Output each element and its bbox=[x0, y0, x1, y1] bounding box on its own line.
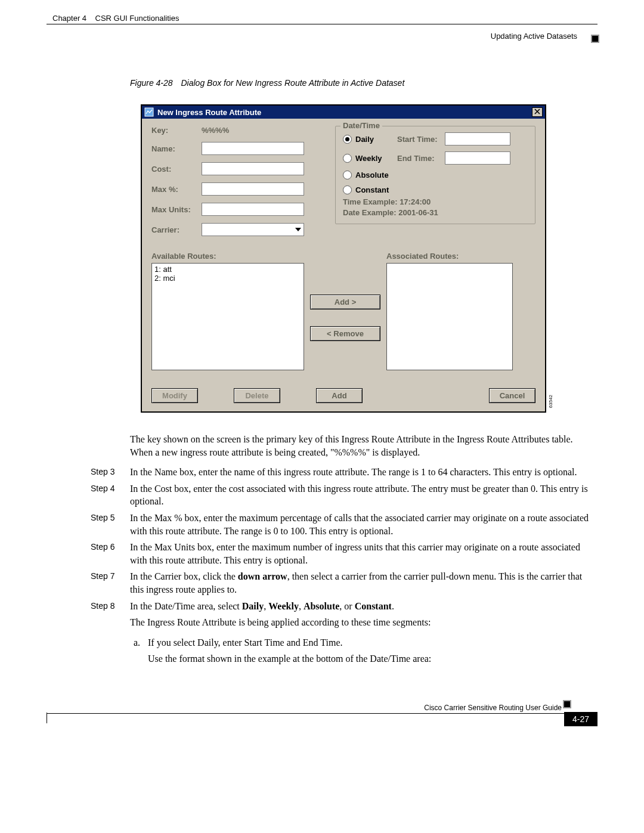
modify-button[interactable]: Modify bbox=[151, 388, 198, 403]
step8-after: The Ingress Route Attribute is being app… bbox=[130, 616, 597, 629]
input-start-time[interactable] bbox=[445, 132, 510, 145]
sub-a2-text: Use the format shown in the example at t… bbox=[148, 652, 597, 665]
step7-pre: In the Carrier box, click the bbox=[130, 571, 238, 581]
step4-label: Step 4 bbox=[91, 482, 130, 508]
image-number: 63542 bbox=[548, 395, 553, 408]
delete-button[interactable]: Delete bbox=[234, 388, 280, 403]
step8-b4: Constant bbox=[355, 601, 392, 611]
dialog-title: New Ingress Route Attribute bbox=[157, 108, 532, 117]
step8-pre: In the Date/Time area, select bbox=[130, 601, 242, 611]
footer-guide: Cisco Carrier Sensitive Routing User Gui… bbox=[424, 704, 562, 712]
input-maxpct[interactable] bbox=[202, 182, 304, 196]
step5-label: Step 5 bbox=[91, 512, 130, 537]
step7-text: In the Carrier box, click the down arrow… bbox=[130, 570, 597, 596]
label-absolute: Absolute bbox=[355, 171, 397, 179]
available-routes-label: Available Routes: bbox=[151, 252, 304, 261]
header-accent-square bbox=[591, 35, 599, 43]
radio-weekly[interactable] bbox=[343, 154, 352, 163]
header-rule: Chapter 4 CSR GUI Functionalities Updati… bbox=[47, 24, 597, 24]
figure-number: Figure 4-28 bbox=[130, 78, 173, 88]
label-cost: Cost: bbox=[151, 165, 202, 174]
close-button[interactable] bbox=[532, 107, 543, 117]
input-end-time[interactable] bbox=[445, 151, 510, 165]
radio-daily[interactable] bbox=[343, 135, 352, 144]
step8-b1: Daily bbox=[242, 601, 264, 611]
label-start-time: Start Time: bbox=[397, 135, 445, 144]
dialog-window: New Ingress Route Attribute Key: %%%% Na… bbox=[141, 104, 546, 413]
date-example: Date Example: 2001-06-31 bbox=[343, 208, 528, 218]
chevron-down-icon bbox=[295, 228, 301, 231]
label-carrier: Carrier: bbox=[151, 225, 202, 234]
sub-a-text: If you select Daily, enter Start Time an… bbox=[148, 636, 597, 649]
add-button[interactable]: Add bbox=[316, 388, 363, 403]
label-weekly: Weekly bbox=[355, 154, 397, 163]
input-maxunits[interactable] bbox=[202, 203, 304, 216]
footer: Cisco Carrier Sensitive Routing User Gui… bbox=[47, 713, 597, 714]
chapter-num: Chapter 4 bbox=[52, 14, 86, 23]
figure-caption: Figure 4-28 Dialog Box for New Ingress R… bbox=[130, 78, 597, 88]
footer-accent-square bbox=[563, 700, 571, 708]
time-example: Time Example: 17:24:00 bbox=[343, 197, 528, 208]
header-section: Updating Active Datasets bbox=[491, 32, 577, 41]
label-maxpct: Max %: bbox=[151, 185, 202, 194]
step7-bold: down arrow bbox=[238, 571, 287, 581]
input-name[interactable] bbox=[202, 142, 304, 155]
footer-left-tick bbox=[47, 713, 47, 723]
datetime-group-title: Date/Time bbox=[340, 121, 382, 130]
list-item[interactable]: 2: mci bbox=[154, 274, 301, 283]
step4-text: In the Cost box, enter the cost associat… bbox=[130, 482, 597, 508]
label-constant: Constant bbox=[355, 185, 397, 194]
add-route-button[interactable]: Add > bbox=[310, 295, 380, 309]
label-end-time: End Time: bbox=[397, 154, 445, 163]
label-key: Key: bbox=[151, 126, 202, 135]
datetime-group: Date/Time Daily Start Time: Weekly End T bbox=[335, 126, 535, 224]
app-icon bbox=[144, 107, 154, 117]
dialog-titlebar: New Ingress Route Attribute bbox=[142, 106, 545, 119]
remove-route-button[interactable]: < Remove bbox=[310, 326, 380, 341]
step8-b2: Weekly bbox=[268, 601, 299, 611]
cancel-button[interactable]: Cancel bbox=[489, 388, 535, 403]
step3-label: Step 3 bbox=[91, 466, 130, 479]
step8-text: In the Date/Time area, select Daily, Wee… bbox=[130, 600, 597, 613]
intro-paragraph: The key shown on the screen is the prima… bbox=[130, 433, 597, 459]
step8-label: Step 8 bbox=[91, 600, 130, 613]
radio-absolute[interactable] bbox=[343, 171, 352, 179]
footer-page: 4-27 bbox=[564, 712, 597, 726]
figure-title: Dialog Box for New Ingress Route Attribu… bbox=[181, 78, 404, 88]
available-routes-list[interactable]: 1: att 2: mci bbox=[151, 263, 304, 370]
label-name: Name: bbox=[151, 144, 202, 153]
step7-label: Step 7 bbox=[91, 570, 130, 596]
step3-text: In the Name box, enter the name of this … bbox=[130, 466, 597, 479]
value-key: %%%% bbox=[202, 126, 229, 135]
header-chapter: Chapter 4 CSR GUI Functionalities bbox=[52, 14, 179, 23]
label-daily: Daily bbox=[355, 135, 397, 144]
associated-routes-list[interactable] bbox=[386, 263, 513, 370]
radio-constant[interactable] bbox=[343, 185, 352, 194]
select-carrier[interactable] bbox=[202, 223, 304, 236]
list-item[interactable]: 1: att bbox=[154, 265, 301, 274]
step6-label: Step 6 bbox=[91, 541, 130, 566]
step5-text: In the Max % box, enter the maximum perc… bbox=[130, 512, 597, 537]
step6-text: In the Max Units box, enter the maximum … bbox=[130, 541, 597, 566]
label-maxunits: Max Units: bbox=[151, 205, 202, 214]
sub-a-label: a. bbox=[134, 636, 148, 649]
associated-routes-label: Associated Routes: bbox=[386, 252, 513, 261]
chapter-title: CSR GUI Functionalities bbox=[95, 14, 179, 23]
input-cost[interactable] bbox=[202, 162, 304, 175]
step8-b3: Absolute bbox=[304, 601, 339, 611]
